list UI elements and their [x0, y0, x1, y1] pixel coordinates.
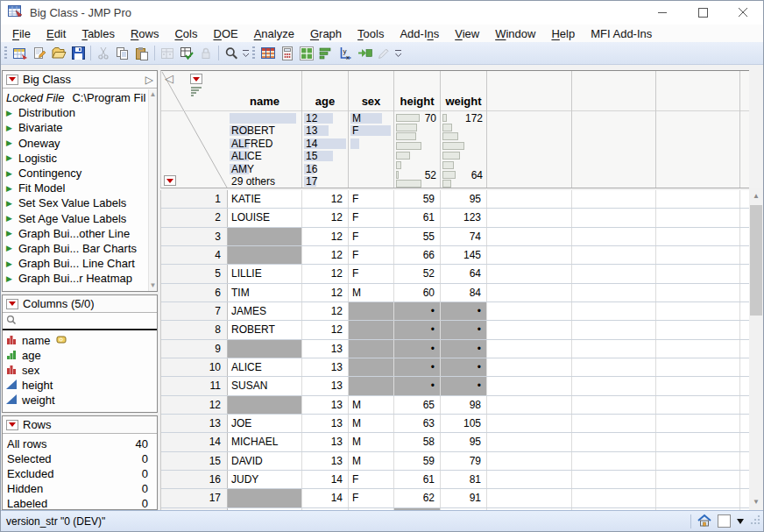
script-item[interactable]: ▶Graph Bui... Line Chart	[3, 256, 157, 271]
cell-height[interactable]: 65	[394, 396, 441, 414]
menu-rows[interactable]: Rows	[123, 26, 167, 41]
column-summary-weight[interactable]: 17264	[442, 112, 485, 188]
cell-height[interactable]: 63	[394, 415, 441, 432]
cell-sex[interactable]: M	[349, 284, 394, 301]
column-summary-name[interactable]: ROBERTALFREDALICEAMY29 others	[230, 112, 300, 188]
cell-sex[interactable]: F	[349, 209, 394, 226]
summary-category-row[interactable]: AMY	[230, 163, 300, 175]
select-fields-icon[interactable]	[177, 44, 196, 63]
minimize-button[interactable]	[642, 1, 683, 25]
histogram-bar[interactable]	[396, 171, 399, 179]
column-item-height[interactable]: height	[3, 378, 157, 393]
cell-weight[interactable]: •	[441, 340, 487, 358]
script-item[interactable]: ▶Graph Bui...other Line	[3, 226, 157, 241]
open-icon[interactable]	[49, 44, 68, 63]
cell-age[interactable]: 13	[302, 377, 349, 394]
script-item[interactable]: ▶Logistic	[3, 151, 157, 166]
histogram-bar[interactable]	[396, 132, 416, 140]
script-item[interactable]: ▶Oneway	[3, 136, 157, 151]
resize-grip[interactable]	[750, 514, 760, 528]
cell-sex[interactable]: F	[349, 190, 394, 208]
close-button[interactable]	[723, 1, 763, 25]
menu-window[interactable]: Window	[487, 26, 543, 41]
cell-sex[interactable]: M	[349, 452, 394, 470]
save-icon[interactable]	[68, 44, 88, 63]
row-number[interactable]: 12	[161, 396, 228, 414]
histogram-bar[interactable]	[396, 114, 420, 122]
row-number[interactable]: 6	[161, 284, 228, 301]
maximize-button[interactable]	[683, 1, 723, 25]
menu-file[interactable]: File	[4, 26, 39, 41]
cell-age[interactable]: 12	[302, 190, 349, 208]
scroll-down-icon[interactable]: ▼	[150, 282, 157, 289]
row-number[interactable]: 1	[161, 190, 228, 208]
row-number[interactable]: 14	[161, 433, 228, 450]
row-number[interactable]: 4	[161, 246, 228, 264]
cell-height[interactable]: 62	[394, 489, 441, 507]
script-item[interactable]: ▶Contingency	[3, 166, 157, 181]
cell-sex[interactable]: F	[349, 471, 394, 488]
row-number[interactable]: 9	[161, 340, 228, 358]
column-item-sex[interactable]: sex	[3, 363, 157, 378]
cell-age[interactable]: 13	[302, 433, 349, 450]
histogram-bar[interactable]	[442, 114, 447, 122]
cell-age[interactable]: 12	[302, 265, 349, 282]
menu-tables[interactable]: Tables	[74, 26, 123, 41]
cell-weight[interactable]: 145	[441, 246, 487, 264]
column-summary-sex[interactable]: MF	[350, 112, 392, 188]
summary-category-row[interactable]: 14	[304, 138, 346, 150]
summary-category-row[interactable]: ROBERT	[230, 124, 300, 137]
cell-name[interactable]	[228, 489, 302, 507]
column-item-age[interactable]: age	[3, 348, 157, 363]
header-graph-icon[interactable]	[191, 87, 202, 97]
cell-age[interactable]: 12	[302, 228, 349, 245]
home-button[interactable]	[697, 514, 711, 529]
summary-category-row[interactable]: 13	[304, 124, 346, 137]
column-header-height[interactable]: height7052	[394, 71, 441, 188]
cell-age[interactable]: 13	[302, 340, 349, 358]
cell-age[interactable]: 14	[302, 489, 349, 507]
cell-height[interactable]: 66	[394, 246, 441, 264]
cell-weight[interactable]: 98	[441, 396, 487, 414]
histogram-bar[interactable]	[442, 180, 451, 188]
column-summary-age[interactable]: 121314151617	[304, 112, 346, 188]
cell-name[interactable]	[228, 340, 302, 358]
cell-sex[interactable]	[349, 321, 394, 338]
cell-sex[interactable]: M	[349, 433, 394, 450]
data-table-icon[interactable]	[258, 44, 278, 63]
menu-doe[interactable]: DOE	[205, 26, 245, 41]
scroll-down-icon[interactable]: ▼	[749, 494, 763, 508]
summary-category-row[interactable]	[230, 112, 300, 124]
cell-weight[interactable]: 81	[441, 471, 487, 488]
toolbar-grip[interactable]	[4, 46, 7, 60]
new-data-table-icon[interactable]	[11, 44, 30, 63]
script-item[interactable]: ▶Graph Bui...r Heatmap	[3, 271, 157, 286]
cell-weight[interactable]: 95	[441, 433, 487, 450]
cell-height[interactable]: 52	[394, 265, 441, 282]
cell-weight[interactable]: 84	[441, 284, 487, 301]
histogram-bar[interactable]	[396, 152, 410, 160]
cell-name[interactable]: ALICE	[228, 358, 302, 376]
cell-weight[interactable]: •	[441, 358, 487, 376]
histogram-bar[interactable]	[442, 161, 454, 169]
histogram-bar[interactable]	[442, 152, 460, 160]
search-icon[interactable]	[222, 44, 241, 63]
cell-age[interactable]: 13	[302, 415, 349, 432]
cell-name[interactable]: JOE	[228, 415, 302, 432]
row-number[interactable]: 2	[161, 209, 228, 226]
cell-name[interactable]: SUSAN	[228, 377, 302, 394]
summary-category-row[interactable]: 12	[304, 112, 346, 124]
scroll-up-icon[interactable]: ▲	[749, 188, 763, 202]
summary-category-row[interactable]: ALICE	[230, 150, 300, 162]
toolbar-overflow-icon[interactable]	[393, 44, 403, 63]
cell-height[interactable]: 59	[394, 452, 441, 470]
cell-sex[interactable]: F	[349, 246, 394, 264]
cell-weight[interactable]: 74	[441, 228, 487, 245]
run-script-icon[interactable]	[355, 44, 374, 63]
script-item[interactable]: ▶Set Sex Value Labels	[3, 195, 157, 210]
histogram-bar[interactable]	[396, 124, 417, 131]
row-number[interactable]: 10	[161, 358, 228, 376]
menu-analyze[interactable]: Analyze	[246, 26, 302, 41]
cell-age[interactable]: 13	[302, 358, 349, 376]
cell-weight[interactable]: •	[441, 302, 487, 320]
